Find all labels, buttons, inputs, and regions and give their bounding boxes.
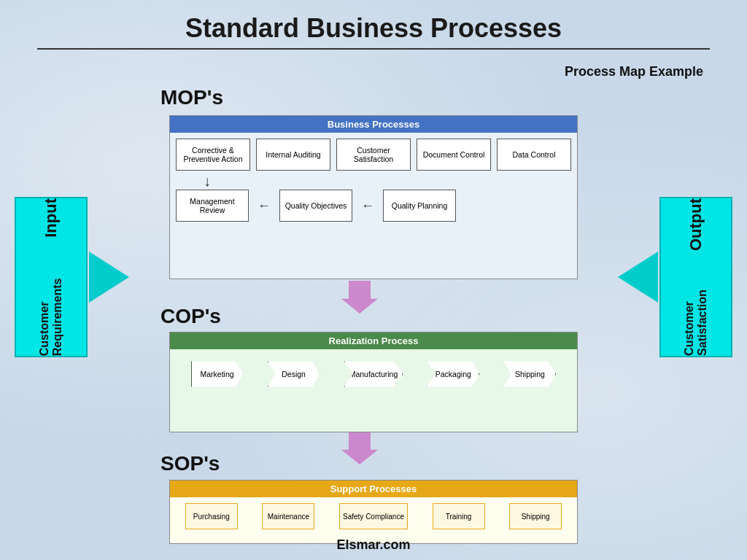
sop-cell-maintenance: Maintenance [262, 503, 314, 529]
mop-bottom-row: Management Review ← Quality Objectives ←… [170, 188, 577, 228]
mop-cell-customer-sat: Customer Satisfaction [336, 139, 411, 171]
mop-cell-doc-control: Document Control [417, 139, 491, 171]
mop-cell-mgmt-review: Management Review [176, 190, 249, 222]
mop-arrow-row: ↓ [170, 174, 577, 188]
cop-process-row: Marketing Design Manufacturing Packaging… [170, 349, 577, 399]
mop-cell-data-control: Data Control [497, 139, 571, 171]
sop-label: SOP's [160, 452, 220, 475]
page-title: Standard Business Processes [0, 0, 747, 48]
mop-box-header: Business Processes [170, 116, 577, 133]
down-arrow-cop-sop [341, 432, 378, 464]
mop-cell-auditing: Internal Auditing [256, 139, 330, 171]
sop-cell-shipping: Shipping [509, 503, 562, 529]
sop-support-processes-box: Support Processes Purchasing Maintenance… [169, 480, 578, 544]
mop-business-processes-box: Business Processes Corrective & Preventi… [169, 115, 578, 279]
customer-requirements-label: Customer Requirements [38, 244, 64, 356]
output-arrow [618, 252, 658, 303]
title-divider [37, 48, 710, 50]
mop-left-arrow-1: ← [255, 198, 274, 214]
mop-cell-corrective: Corrective & Preventive Action [176, 139, 250, 171]
footer-text: Elsmar.com [0, 537, 747, 553]
output-label: Output [686, 198, 705, 251]
mop-cell-quality-obj: Quality Objectives [279, 190, 352, 222]
cop-cell-packaging: Packaging [427, 358, 479, 390]
cop-cell-manufacturing: Manufacturing [344, 358, 403, 390]
input-label: Input [42, 198, 61, 238]
cop-box-header: Realization Process [170, 332, 577, 349]
mop-cell-quality-plan: Quality Planning [383, 190, 456, 222]
sop-process-row: Purchasing Maintenance Safety Compliance… [170, 497, 577, 535]
mop-label: MOP's [160, 86, 223, 109]
customer-satisfaction-label: Customer Satisfaction [683, 257, 709, 356]
cop-label: COP's [160, 305, 221, 328]
mop-top-row: Corrective & Preventive Action Internal … [170, 133, 577, 174]
process-map-label: Process Map Example [565, 64, 703, 79]
sop-cell-purchasing: Purchasing [185, 503, 238, 529]
sop-cell-safety: Safety Compliance [339, 503, 408, 529]
sop-box-header: Support Processes [170, 481, 577, 497]
cop-cell-marketing: Marketing [191, 358, 244, 390]
cop-cell-shipping: Shipping [503, 358, 556, 390]
output-box: Output Customer Satisfaction [659, 197, 732, 357]
mop-down-arrow: ↓ [204, 174, 211, 188]
input-box: Input Customer Requirements [15, 197, 88, 357]
cop-realization-process-box: Realization Process Marketing Design Man… [169, 332, 578, 432]
mop-left-arrow-2: ← [358, 198, 377, 214]
input-arrow [89, 252, 129, 303]
down-arrow-mop-cop [341, 281, 378, 314]
sop-cell-training: Training [433, 503, 485, 529]
cop-cell-design: Design [268, 358, 320, 390]
